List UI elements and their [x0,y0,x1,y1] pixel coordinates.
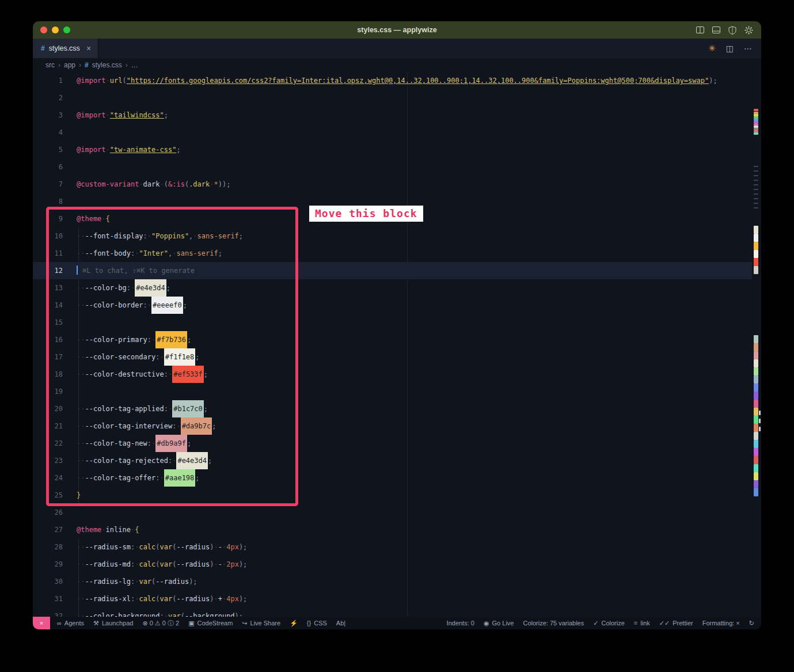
indents-label: Indents: 0 [447,620,474,627]
window-controls [33,26,70,33]
status-ab-indicator[interactable]: Ab| [336,620,345,627]
code-text: ··--radius-md:·calc(var(--radius)·-·2px)… [77,556,247,573]
breadcrumb-more[interactable]: … [131,61,138,69]
status-language-mode[interactable]: {}CSS [307,620,327,627]
breadcrumb: src › app › # styles.css › … [33,58,761,72]
code-token: · [160,180,164,188]
code-line[interactable]: 4 [33,124,761,141]
code-token: ·· [77,578,85,586]
code-editor[interactable]: 1@import·url("https://fonts.googleapis.c… [33,72,761,617]
code-token: · [106,111,110,119]
code-line[interactable]: 28··--radius-sm:·calc(var(--radius)·-·4p… [33,538,761,556]
status-live-share[interactable]: ↪Live Share [242,620,280,627]
status-prettier[interactable]: ✓✓Prettier [659,620,693,627]
code-line[interactable]: 6 [33,158,761,176]
code-token: · [214,543,218,551]
notifications-icon: ↻ [749,620,754,627]
minimap-mark [754,432,758,440]
code-line[interactable]: 2 [33,89,761,107]
code-line[interactable]: 27@theme·inline·{ [33,521,761,538]
code-token: @custom-variant [77,180,139,188]
status-go-live[interactable]: ◉Go Live [484,620,514,627]
line-number: 1 [33,72,63,89]
status-colorize[interactable]: ✓Colorize [593,620,625,627]
code-token: : [160,612,164,617]
code-token: ) [210,595,214,603]
minimap-mark [754,343,758,351]
code-token: var [160,543,173,551]
line-number: 27 [33,521,63,538]
tab-styles-css[interactable]: # styles.css × [33,39,98,58]
prettier-icon: ✓✓ [659,620,670,627]
remote-indicator[interactable]: × [33,617,50,629]
minimap-mark [754,132,758,135]
code-line[interactable]: 3@import·"tailwindcss"; [33,107,761,124]
code-token: · [214,560,218,568]
code-token: ); [239,560,247,568]
code-text: @import·url("https://fonts.googleapis.co… [77,72,717,89]
code-token: calc [139,560,155,568]
status-link[interactable]: =link [634,620,650,627]
code-token: var [160,595,173,603]
breadcrumb-src[interactable]: src [45,61,55,69]
minimap[interactable] [752,72,761,617]
minimize-window-button[interactable] [52,26,59,33]
minimap-mark [759,427,761,431]
zoom-window-button[interactable] [63,26,70,33]
minimap-mark [754,400,758,408]
code-token: ·· [77,612,85,617]
tab-close-icon[interactable]: × [86,44,91,53]
code-token: "https://fonts.googleapis.com/css2?famil… [127,77,709,85]
code-token: · [214,595,218,603]
code-token: ( [155,543,159,551]
code-line[interactable]: 29··--radius-md:·calc(var(--radius)·-·2p… [33,556,761,573]
code-line[interactable]: 31··--radius-xl:·calc(var(--radius)·+·4p… [33,590,761,608]
code-line[interactable]: 30··--radius-lg:·var(--radius); [33,573,761,590]
code-token: @import [77,111,106,119]
code-token: ) [210,543,214,551]
code-text: @import·"tw-animate-css"; [77,141,181,158]
minimap-mark [754,193,758,195]
layout-columns-icon[interactable] [696,26,704,34]
code-token: :is [172,180,185,188]
breadcrumb-app[interactable]: app [64,61,75,69]
breadcrumb-file[interactable]: styles.css [92,61,122,69]
code-token: .dark [189,180,210,188]
status-formatting[interactable]: Formatting: × [702,620,740,627]
code-token: ) [235,612,239,617]
code-token: ; [193,578,197,586]
code-line[interactable]: 7@custom-variant·dark·(&:is(.dark·*)); [33,176,761,193]
code-line[interactable]: 26 [33,504,761,521]
code-line[interactable]: 1@import·url("https://fonts.googleapis.c… [33,72,761,89]
code-token: ( [155,595,159,603]
code-line[interactable]: 5@import·"tw-animate-css"; [33,141,761,158]
close-window-button[interactable] [40,26,47,33]
code-text: ··--color-background:·var(--background); [77,608,243,617]
minimap-mark [754,408,758,416]
shield-icon[interactable] [728,26,736,35]
minimap-mark [754,367,758,375]
status-agents[interactable]: ∞Agents [57,620,84,627]
layout-panel-icon[interactable] [712,26,720,34]
split-editor-icon[interactable]: ◫ [726,44,734,53]
line-number: 4 [33,124,63,141]
css-file-icon: # [41,44,45,52]
minimap-mark [754,207,758,208]
status-colorize-variables[interactable]: Colorize: 75 variables [523,620,584,627]
status-flash[interactable]: ⚡ [290,620,298,627]
minimap-mark [754,359,758,367]
status-notifications[interactable]: ↻ [749,620,754,627]
status-problems[interactable]: ⊗ 0 ⚠ 0 ⓘ 2 [142,619,179,628]
code-line[interactable]: 32··--color-background:·var(--background… [33,608,761,617]
codestream-icon: ▣ [188,620,194,627]
status-codestream[interactable]: ▣CodeStream [188,620,233,627]
line-number: 6 [33,158,63,176]
status-launchpad[interactable]: ⚒Launchpad [93,620,133,627]
css-file-icon: # [85,61,89,69]
gear-icon[interactable] [744,26,753,35]
more-actions-icon[interactable]: ⋯ [744,44,752,53]
status-indents[interactable]: Indents: 0 [447,620,474,627]
line-number: 3 [33,107,63,124]
ai-starburst-icon[interactable]: ✳ [708,43,716,54]
problems-label: ⊗ 0 ⚠ 0 ⓘ 2 [142,619,179,628]
